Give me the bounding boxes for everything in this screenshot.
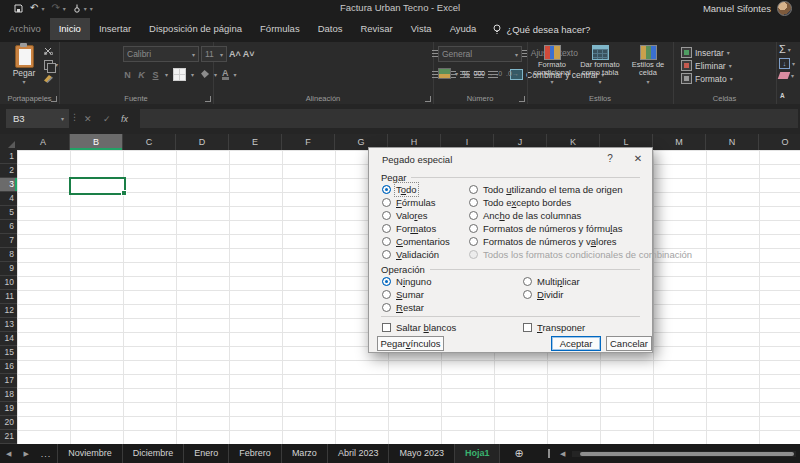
checkbox-transponer[interactable] [523, 323, 532, 332]
insert-function-icon[interactable]: fx [121, 109, 128, 128]
font-dialog-launcher-icon[interactable] [205, 96, 211, 102]
option-ninguno[interactable]: Ninguno [382, 275, 431, 288]
accounting-dropdown-icon[interactable]: ▾ [455, 70, 458, 77]
column-header-O[interactable]: O [759, 134, 800, 150]
enter-entry-icon[interactable]: ✓ [103, 109, 111, 128]
cell-styles-button[interactable]: Estilos de celda ▾ [625, 45, 671, 85]
row-header-18[interactable]: 18 [0, 388, 17, 402]
radio-formulas[interactable] [382, 198, 391, 207]
fill-color-icon[interactable] [199, 70, 209, 79]
checkbox-saltar-blancos[interactable] [382, 323, 391, 332]
row-header-12[interactable]: 12 [0, 304, 17, 318]
column-header-E[interactable]: E [229, 134, 282, 150]
option-formulas[interactable]: Fórmulas [382, 196, 450, 209]
tell-me-box[interactable]: ¿Qué desea hacer? [485, 24, 590, 35]
option-ancho-de-las-columnas[interactable]: Ancho de las columnas [469, 209, 692, 222]
option-saltar-blancos[interactable]: Saltar blancos [382, 321, 456, 334]
column-header-D[interactable]: D [176, 134, 229, 150]
option-sumar[interactable]: Sumar [382, 288, 431, 301]
horizontal-scrollbar-thumb[interactable] [580, 452, 794, 456]
row-header-13[interactable]: 13 [0, 318, 17, 332]
radio-formatos-de-numeros-y-valores[interactable] [469, 237, 478, 246]
clear-button[interactable]: ▾ [779, 72, 794, 79]
dialog-close-icon[interactable]: ✕ [630, 152, 646, 166]
sheet-tab-abril-2023[interactable]: Abril 2023 [327, 444, 389, 463]
new-sheet-icon[interactable]: ⊕ [500, 447, 537, 460]
tab-overflow-button[interactable]: ... [35, 449, 58, 459]
name-box[interactable]: B3 ▾ [6, 109, 69, 128]
borders-icon[interactable] [173, 68, 186, 81]
option-todo-utilizando-el-tema-de-origen[interactable]: Todo utilizando el tema de origen [469, 183, 692, 196]
font-name-combo[interactable]: Calibri▾ [123, 46, 199, 62]
format-painter-icon[interactable] [44, 75, 58, 83]
tab-scroll-right-icon[interactable]: ▶ [17, 450, 34, 458]
radio-todo-excepto-bordes[interactable] [469, 198, 478, 207]
accounting-format-icon[interactable] [438, 68, 451, 79]
radio-restar[interactable] [382, 303, 391, 312]
radio-comentarios[interactable] [382, 237, 391, 246]
tab-revisar[interactable]: Revisar [351, 18, 401, 40]
tab-scroll-left-icon[interactable]: ◀ [0, 450, 17, 458]
selected-cell-B3[interactable] [69, 177, 126, 195]
option-valores[interactable]: Valores [382, 209, 450, 222]
row-header-2[interactable]: 2 [0, 164, 17, 178]
tab-formulas[interactable]: Fórmulas [251, 18, 309, 40]
tab-splitter-handle[interactable] [548, 449, 550, 458]
radio-validacion[interactable] [382, 250, 391, 259]
option-transponer[interactable]: Transponer [523, 321, 585, 334]
option-validacion[interactable]: Validación [382, 248, 450, 261]
cancel-entry-icon[interactable]: ✕ [84, 109, 92, 128]
row-header-9[interactable]: 9 [0, 262, 17, 276]
tab-inicio[interactable]: Inicio [50, 18, 90, 40]
select-all-corner[interactable] [0, 134, 18, 151]
ok-button[interactable]: Aceptar [551, 336, 601, 351]
sheet-tab-diciembre[interactable]: Diciembre [122, 444, 184, 463]
row-header-6[interactable]: 6 [0, 220, 17, 234]
autosum-button[interactable]: Σ▾ [779, 44, 791, 55]
fill-handle[interactable] [121, 190, 127, 196]
format-as-table-button[interactable]: Dar formato como tabla ▾ [577, 45, 623, 85]
row-header-7[interactable]: 7 [0, 234, 17, 248]
paste-dropdown-icon[interactable]: ▾ [22, 78, 25, 85]
cut-icon[interactable] [44, 47, 58, 55]
radio-ninguno[interactable] [382, 277, 391, 286]
radio-formatos[interactable] [382, 224, 391, 233]
option-todos-los-formatos-condicionales-de-combinacion[interactable]: Todos los formatos condicionales de comb… [469, 248, 692, 261]
option-formatos[interactable]: Formatos [382, 222, 450, 235]
row-header-10[interactable]: 10 [0, 276, 17, 290]
underline-dropdown-icon[interactable]: ▾ [165, 71, 168, 78]
row-header-16[interactable]: 16 [0, 360, 17, 374]
option-formatos-de-numeros-y-formulas[interactable]: Formatos de números y fórmulas [469, 222, 692, 235]
percent-style-icon[interactable]: % [462, 69, 470, 79]
column-header-C[interactable]: C [123, 134, 176, 150]
user-avatar[interactable] [777, 1, 792, 16]
borders-dropdown-icon[interactable]: ▾ [191, 71, 194, 78]
tab-insertar[interactable]: Insertar [90, 18, 140, 40]
option-dividir[interactable]: Dividir [523, 288, 580, 301]
tab-vista[interactable]: Vista [402, 18, 441, 40]
column-header-N[interactable]: N [706, 134, 759, 150]
sheet-tab-noviembre[interactable]: Noviembre [57, 444, 122, 463]
radio-todo[interactable] [382, 185, 391, 194]
italic-button[interactable]: K [137, 70, 146, 80]
delete-cells-button[interactable]: Eliminar ▾ [681, 59, 733, 72]
column-header-B[interactable]: B [70, 134, 123, 150]
row-header-15[interactable]: 15 [0, 346, 17, 360]
column-header-M[interactable]: M [653, 134, 706, 150]
row-header-21[interactable]: 21 [0, 430, 17, 444]
insert-cells-button[interactable]: Insertar ▾ [681, 46, 733, 59]
dialog-help-button[interactable]: ? [602, 152, 618, 166]
format-cells-button[interactable]: Formato ▾ [681, 72, 733, 85]
formula-input[interactable] [140, 109, 798, 128]
sheet-tab-febrero[interactable]: Febrero [228, 444, 281, 463]
tab-datos[interactable]: Datos [309, 18, 352, 40]
account-area[interactable]: Manuel Sifontes [703, 0, 792, 16]
radio-ancho-de-las-columnas[interactable] [469, 211, 478, 220]
row-header-3[interactable]: 3 [0, 178, 17, 192]
increase-decimal-icon[interactable]: ←.0 [489, 70, 502, 77]
radio-todo-utilizando-el-tema-de-origen[interactable] [469, 185, 478, 194]
option-restar[interactable]: Restar [382, 301, 431, 314]
alignment-dialog-launcher-icon[interactable] [425, 96, 431, 102]
row-header-8[interactable]: 8 [0, 248, 17, 262]
paste-link-button[interactable]: Pegar vínculos [377, 336, 444, 351]
